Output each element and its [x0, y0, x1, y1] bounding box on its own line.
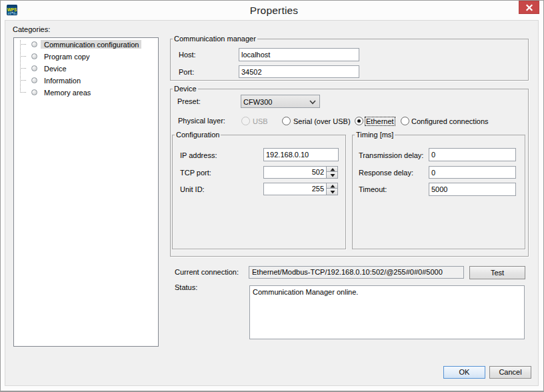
svg-text:WPS: WPS	[7, 7, 17, 13]
